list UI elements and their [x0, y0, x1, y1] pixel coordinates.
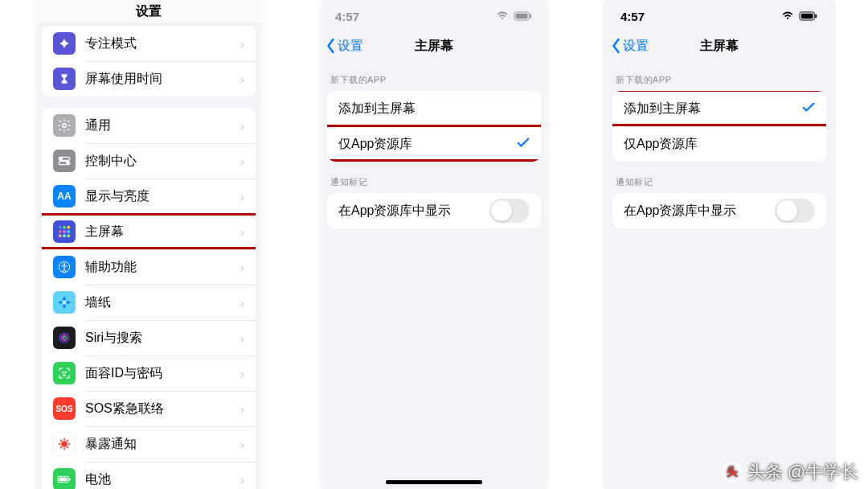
settings-group-main: 通用 › 控制中心 › AA 显示与亮度 › 主屏幕 › 辅助功能: [42, 108, 256, 489]
svg-rect-11: [59, 235, 62, 238]
option-add-to-home[interactable]: 添加到主屏幕: [327, 91, 541, 126]
svg-line-34: [67, 440, 68, 442]
row-accessibility[interactable]: 辅助功能 ›: [42, 249, 256, 285]
option-app-library-only[interactable]: 仅App资源库: [612, 126, 826, 162]
row-screen-time[interactable]: 屏幕使用时间 ›: [42, 61, 256, 97]
nav-title: 主屏幕: [700, 38, 739, 55]
svg-rect-44: [516, 13, 528, 18]
row-label: 显示与亮度: [85, 188, 231, 205]
chevron-left-icon: [326, 38, 336, 54]
row-wallpaper[interactable]: 墙纸 ›: [42, 285, 256, 320]
back-button[interactable]: 设置: [326, 32, 363, 60]
svg-point-0: [63, 124, 67, 128]
chevron-right-icon: ›: [240, 225, 244, 239]
chevron-right-icon: ›: [240, 473, 244, 487]
watermark-text: 头条 @牛学长: [747, 460, 858, 484]
back-button[interactable]: 设置: [611, 32, 649, 60]
chevron-left-icon: [611, 38, 621, 54]
row-label: Siri与搜索: [85, 330, 231, 347]
battery-icon: [53, 468, 76, 489]
svg-point-24: [63, 372, 63, 372]
home-screen-pane-library-selected: 4:57 设置 主屏幕 新下载的APP 添加到主屏幕 仅App资源库 通知标记 …: [317, 0, 551, 489]
grid-icon: [53, 220, 76, 243]
row-focus-mode[interactable]: 专注模式 ›: [42, 26, 256, 61]
row-display[interactable]: AA 显示与亮度 ›: [42, 179, 256, 214]
option-label: 仅App资源库: [624, 136, 815, 153]
svg-rect-37: [59, 478, 68, 482]
row-label: 墙纸: [85, 294, 231, 311]
option-label: 添加到主屏幕: [624, 101, 792, 117]
wifi-icon: [496, 10, 509, 23]
checkmark-icon: [517, 138, 530, 151]
chevron-right-icon: ›: [240, 154, 244, 168]
svg-point-4: [67, 162, 69, 164]
status-bar: 4:57: [603, 0, 836, 32]
back-label: 设置: [338, 38, 363, 55]
nav-header: 设置: [32, 0, 265, 24]
toggle-switch[interactable]: [775, 199, 815, 223]
svg-rect-12: [63, 235, 66, 238]
row-siri[interactable]: Siri与搜索 ›: [42, 320, 256, 355]
row-control-center[interactable]: 控制中心 ›: [42, 143, 256, 179]
download-location-group: 添加到主屏幕 仅App资源库: [327, 91, 541, 162]
section-header: 通知标记: [317, 162, 551, 193]
chevron-right-icon: ›: [240, 37, 244, 51]
row-general[interactable]: 通用 ›: [42, 108, 256, 143]
row-label: 控制中心: [85, 153, 231, 170]
focus-icon: [53, 32, 76, 55]
svg-point-3: [60, 158, 63, 160]
watermark-logo: 头: [722, 462, 743, 483]
badge-group: 在App资源库中显示: [612, 193, 826, 228]
home-indicator: [386, 480, 482, 484]
chevron-right-icon: ›: [240, 119, 244, 133]
download-location-group: 添加到主屏幕 仅App资源库: [612, 91, 826, 162]
checkmark-icon: [802, 102, 815, 116]
svg-point-18: [63, 304, 65, 308]
status-bar: 4:57: [317, 0, 551, 32]
row-label: 通用: [85, 117, 231, 134]
svg-rect-5: [59, 226, 62, 229]
siri-icon: [53, 327, 76, 349]
chevron-right-icon: ›: [240, 438, 244, 451]
toggle-switch[interactable]: [489, 199, 530, 223]
flower-icon: [53, 291, 76, 314]
svg-rect-9: [63, 230, 66, 233]
svg-point-20: [66, 301, 70, 303]
gear-icon: [53, 114, 76, 137]
section-header: 通知标记: [603, 162, 836, 193]
section-header: 新下载的APP: [317, 60, 551, 91]
switches-icon: [53, 150, 76, 172]
home-screen-pane-home-selected: 4:57 设置 主屏幕 新下载的APP 添加到主屏幕 仅App资源库 通知标记 …: [603, 0, 836, 489]
chevron-right-icon: ›: [240, 296, 244, 310]
badge-group: 在App资源库中显示: [327, 193, 541, 228]
chevron-right-icon: ›: [240, 190, 244, 203]
chevron-right-icon: ›: [240, 402, 244, 416]
row-battery[interactable]: 电池 ›: [42, 462, 256, 489]
row-label: 专注模式: [85, 35, 231, 52]
nav-title: 设置: [136, 3, 162, 20]
accessibility-icon: [53, 256, 76, 278]
option-app-library-only[interactable]: 仅App资源库: [327, 126, 541, 162]
row-faceid[interactable]: 面容ID与密码 ›: [42, 355, 256, 391]
svg-point-19: [59, 301, 63, 303]
row-label: SOS紧急联络: [85, 401, 231, 417]
switch-label: 在App资源库中显示: [338, 203, 480, 220]
svg-rect-47: [801, 13, 813, 18]
section-header: 新下载的APP: [603, 60, 836, 91]
svg-rect-13: [68, 235, 71, 238]
option-add-to-home[interactable]: 添加到主屏幕: [612, 91, 826, 126]
nav-header: 设置 主屏幕: [317, 32, 551, 60]
faceid-icon: [53, 362, 76, 384]
row-home-screen[interactable]: 主屏幕 ›: [42, 214, 256, 249]
row-exposure[interactable]: 暴露通知 ›: [42, 426, 256, 462]
chevron-right-icon: ›: [240, 72, 244, 86]
chevron-right-icon: ›: [240, 261, 244, 274]
status-time: 4:57: [335, 10, 359, 23]
switch-label: 在App资源库中显示: [624, 203, 765, 220]
row-label: 辅助功能: [85, 259, 231, 276]
svg-rect-36: [69, 479, 71, 481]
option-label: 仅App资源库: [338, 136, 507, 153]
svg-rect-6: [63, 226, 66, 229]
row-sos[interactable]: SOS SOS紧急联络 ›: [42, 391, 256, 426]
settings-pane: 设置 专注模式 › 屏幕使用时间 › 通用 ›: [32, 0, 265, 489]
